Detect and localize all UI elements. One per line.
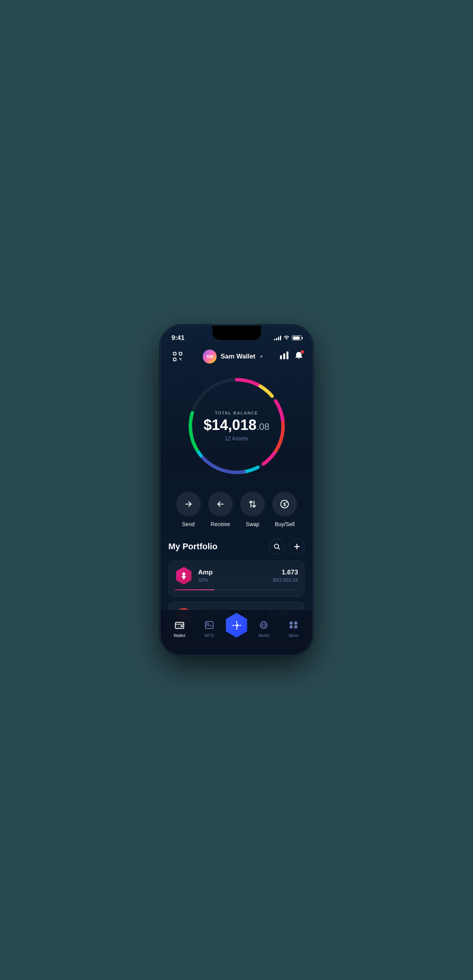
portfolio-add-button[interactable]	[289, 539, 305, 554]
amp-usd: $43,003.34	[273, 577, 298, 583]
swap-label: Swap	[246, 521, 259, 527]
scan-button[interactable]	[170, 349, 185, 364]
send-button[interactable]: Send	[176, 492, 201, 527]
asset-card-amp[interactable]: Amp 32% 1.673 $43,003.34	[168, 560, 305, 597]
account-name: Sam Wallet	[220, 353, 255, 360]
more-nav-label: More	[289, 633, 298, 638]
amp-values: 1.673 $43,003.34	[273, 569, 298, 583]
ring-center: TOTAL BALANCE $14,018.08 12 Assets	[203, 411, 270, 442]
nfts-nav-label: NFTs	[204, 633, 214, 638]
wallet-nav-label: Wallet	[174, 633, 185, 638]
more-icon	[289, 621, 298, 632]
screen: 9:41	[161, 326, 312, 655]
phone-frame: 9:41	[161, 326, 312, 655]
svg-rect-1	[179, 352, 182, 355]
bottom-nav: Wallet NFTs	[161, 610, 312, 655]
nav-more[interactable]: More	[279, 621, 309, 638]
amp-progress-bar	[175, 589, 298, 590]
asset-row-amp: Amp 32% 1.673 $43,003.34	[175, 567, 298, 585]
buysell-button[interactable]: $ Buy/Sell	[272, 492, 297, 527]
avatar: SW	[203, 350, 217, 363]
center-action-button[interactable]	[224, 613, 249, 638]
buysell-label: Buy/Sell	[275, 521, 295, 527]
notch	[212, 326, 261, 340]
swap-icon-circle	[240, 492, 265, 516]
svg-rect-20	[175, 622, 184, 628]
receive-button[interactable]: Receive	[208, 492, 233, 527]
portfolio-actions	[269, 539, 305, 554]
amp-pct: 32%	[198, 577, 268, 583]
svg-rect-4	[283, 353, 285, 359]
buysell-icon-circle: $	[272, 492, 297, 516]
swap-button[interactable]: Swap	[240, 492, 265, 527]
amp-amount: 1.673	[273, 569, 298, 576]
receive-label: Receive	[211, 521, 231, 527]
portfolio-header: My Portfolio	[168, 539, 305, 554]
amp-info: Amp 32%	[198, 569, 268, 583]
svg-rect-28	[290, 625, 293, 628]
send-icon-circle	[176, 492, 201, 516]
header-actions	[280, 351, 303, 362]
status-icons	[274, 335, 302, 341]
send-label: Send	[182, 521, 195, 527]
battery-icon	[292, 335, 302, 340]
web3-icon	[259, 621, 268, 632]
svg-text:$: $	[283, 501, 287, 507]
svg-rect-2	[173, 358, 176, 361]
total-label: TOTAL BALANCE	[203, 411, 270, 415]
chart-icon[interactable]	[280, 352, 288, 361]
nav-web3[interactable]: Web3	[249, 621, 279, 638]
balance-ring: TOTAL BALANCE $14,018.08 12 Assets	[183, 372, 291, 480]
notification-badge	[300, 350, 304, 354]
svg-rect-5	[287, 352, 288, 359]
nfts-icon	[205, 621, 214, 632]
svg-rect-21	[181, 625, 183, 627]
signal-bars-icon	[274, 336, 281, 340]
action-buttons: Send Receive Swap	[161, 488, 312, 535]
nav-nfts[interactable]: NFTs	[194, 621, 224, 638]
amp-progress-fill	[175, 589, 214, 590]
amp-name: Amp	[198, 569, 268, 576]
receive-icon-circle	[208, 492, 233, 516]
web3-nav-label: Web3	[258, 633, 270, 638]
account-selector[interactable]: SW Sam Wallet ▾	[203, 350, 262, 363]
svg-rect-27	[294, 622, 297, 625]
portfolio-title: My Portfolio	[168, 542, 217, 552]
notification-button[interactable]	[295, 351, 303, 362]
svg-rect-22	[205, 622, 213, 628]
svg-rect-26	[290, 622, 293, 625]
svg-rect-3	[280, 355, 282, 359]
status-time: 9:41	[171, 334, 185, 342]
asset-count: 12 Assets	[203, 435, 270, 442]
header: SW Sam Wallet ▾	[161, 345, 312, 368]
chevron-down-icon: ▾	[260, 354, 263, 359]
amp-icon	[175, 567, 193, 585]
wifi-icon	[283, 335, 290, 341]
balance-amount: $14,018.08	[203, 418, 270, 432]
svg-rect-29	[294, 625, 297, 628]
svg-rect-0	[173, 352, 176, 355]
portfolio-search-button[interactable]	[269, 539, 285, 554]
balance-section: TOTAL BALANCE $14,018.08 12 Assets	[161, 368, 312, 488]
balance-cents: .08	[257, 421, 270, 432]
nav-wallet[interactable]: Wallet	[164, 621, 194, 638]
wallet-icon	[175, 621, 184, 632]
